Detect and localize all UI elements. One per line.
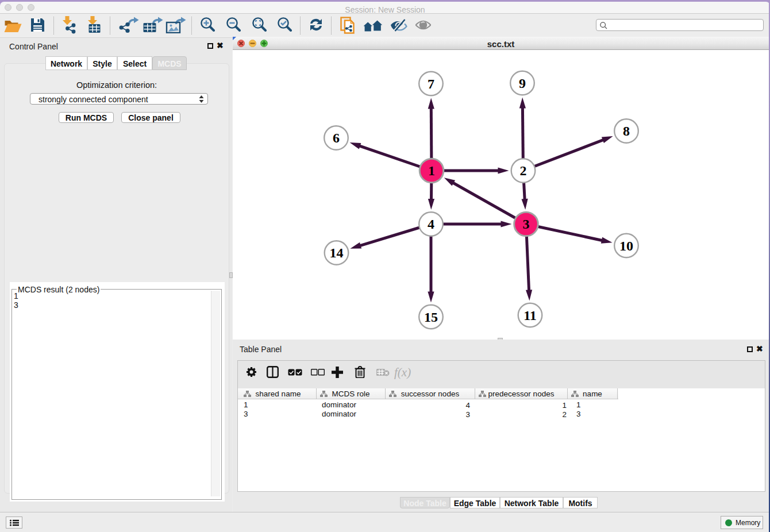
svg-text:15: 15 bbox=[424, 310, 438, 325]
svg-text:10: 10 bbox=[619, 238, 633, 253]
svg-text:6: 6 bbox=[333, 130, 340, 145]
svg-text:2: 2 bbox=[520, 163, 527, 178]
svg-text:14: 14 bbox=[330, 245, 344, 260]
svg-text:8: 8 bbox=[623, 124, 630, 138]
svg-text:4: 4 bbox=[428, 217, 434, 232]
svg-text:3: 3 bbox=[523, 217, 530, 232]
svg-text:7: 7 bbox=[428, 76, 434, 91]
svg-text:1: 1 bbox=[428, 163, 435, 178]
svg-text:11: 11 bbox=[523, 308, 537, 323]
svg-text:9: 9 bbox=[519, 76, 526, 91]
